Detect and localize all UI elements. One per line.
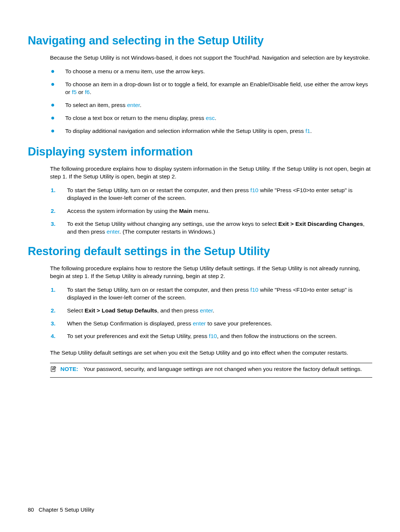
list-item: ● To select an item, press enter. — [50, 101, 372, 109]
outro-restoring: The Setup Utility default settings are s… — [50, 349, 372, 357]
list-item: 3. To exit the Setup Utility without cha… — [50, 220, 372, 236]
bullet-text: To choose an item in a drop-down list or… — [65, 81, 372, 96]
key-f10: f10 — [250, 287, 259, 293]
intro-displaying: The following procedure explains how to … — [50, 165, 372, 181]
ordered-list-displaying: 1. To start the Setup Utility, turn on o… — [50, 187, 372, 236]
ordered-list-restoring: 1. To start the Setup Utility, turn on o… — [50, 286, 372, 341]
key-enter: enter — [193, 320, 206, 327]
step-number: 3. — [51, 320, 57, 328]
page-number: 80 — [28, 506, 34, 513]
heading-navigating: Navigating and selecting in the Setup Ut… — [28, 34, 372, 47]
bullet-text: To choose a menu or a menu item, use the… — [65, 68, 372, 76]
intro-navigating: Because the Setup Utility is not Windows… — [50, 54, 372, 62]
key-enter: enter — [107, 228, 119, 235]
bold-text: Exit > Exit Discarding Changes — [278, 221, 363, 227]
key-f10: f10 — [209, 333, 217, 339]
step-text: To exit the Setup Utility without changi… — [67, 220, 372, 236]
note-box: NOTE:Your password, security, and langua… — [50, 363, 372, 377]
list-item: 1. To start the Setup Utility, turn on o… — [50, 286, 372, 302]
bullet-list-navigating: ● To choose a menu or a menu item, use t… — [50, 68, 372, 135]
note-content: NOTE:Your password, security, and langua… — [60, 365, 362, 373]
key-esc: esc — [206, 115, 215, 121]
list-item: 2. Access the system information by usin… — [50, 207, 372, 215]
list-item: 3. When the Setup Confirmation is displa… — [50, 320, 372, 328]
intro-restoring: The following procedure explains how to … — [50, 265, 372, 280]
list-item: 4. To set your preferences and exit the … — [50, 332, 372, 340]
bullet-icon: ● — [51, 68, 55, 76]
bullet-icon: ● — [51, 81, 55, 96]
note-icon — [50, 366, 57, 375]
step-text: To set your preferences and exit the Set… — [67, 332, 372, 340]
key-f10: f10 — [250, 187, 259, 193]
note-label: NOTE: — [60, 366, 78, 372]
step-number: 3. — [51, 220, 57, 236]
list-item: 2. Select Exit > Load Setup Defaults, an… — [50, 307, 372, 315]
step-text: To start the Setup Utility, turn on or r… — [67, 187, 372, 202]
step-number: 4. — [51, 332, 57, 340]
bullet-icon: ● — [51, 101, 55, 109]
step-number: 2. — [51, 207, 57, 215]
key-enter: enter — [200, 307, 213, 314]
chapter-label: Chapter 5 Setup Utility — [39, 506, 94, 513]
key-f5: f5 — [72, 89, 77, 95]
list-item: ● To display additional navigation and s… — [50, 127, 372, 135]
bullet-icon: ● — [51, 127, 55, 135]
step-text: To start the Setup Utility, turn on or r… — [67, 286, 372, 302]
note-text: Your password, security, and language se… — [83, 366, 362, 372]
list-item: ● To choose a menu or a menu item, use t… — [50, 68, 372, 76]
step-number: 1. — [51, 286, 57, 302]
key-f6: f6 — [85, 89, 90, 95]
step-number: 2. — [51, 307, 57, 315]
step-text: When the Setup Confirmation is displayed… — [67, 320, 372, 328]
step-number: 1. — [51, 187, 57, 202]
bold-text: Main — [179, 208, 192, 214]
list-item: 1. To start the Setup Utility, turn on o… — [50, 187, 372, 202]
page-footer: 80 Chapter 5 Setup Utility — [28, 506, 94, 513]
bullet-icon: ● — [51, 114, 55, 122]
list-item: ● To close a text box or return to the m… — [50, 114, 372, 122]
bullet-text: To display additional navigation and sel… — [65, 127, 372, 135]
bold-text: Exit > Load Setup Defaults — [84, 307, 157, 314]
bullet-text: To close a text box or return to the men… — [65, 114, 372, 122]
list-item: ● To choose an item in a drop-down list … — [50, 81, 372, 96]
step-text: Access the system information by using t… — [67, 207, 372, 215]
step-text: Select Exit > Load Setup Defaults, and t… — [67, 307, 372, 315]
heading-restoring: Restoring default settings in the Setup … — [28, 245, 372, 258]
heading-displaying: Displaying system information — [28, 145, 372, 158]
bullet-text: To select an item, press enter. — [65, 101, 372, 109]
key-f1: f1 — [306, 128, 310, 134]
key-enter: enter — [127, 102, 140, 108]
